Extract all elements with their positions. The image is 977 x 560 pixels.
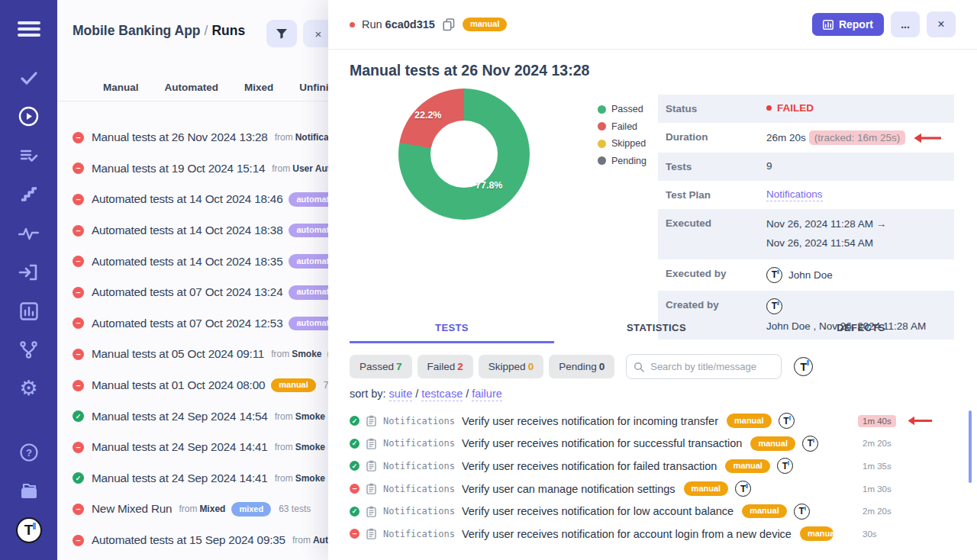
test-row[interactable]: Notifications Verify user receives notif… — [350, 455, 963, 478]
test-row[interactable]: Notifications Verify user receives notif… — [350, 433, 963, 455]
passed-status-icon — [350, 439, 360, 449]
suite-name[interactable]: Notifications — [383, 506, 455, 517]
run-list-item[interactable]: Automated tests at 14 Oct 2024 18:46auto… — [57, 184, 328, 215]
failed-status-icon — [73, 256, 84, 267]
clipboard-icon — [366, 528, 376, 539]
skipped-dot-icon — [598, 140, 606, 148]
sidebar-item-import[interactable] — [0, 253, 57, 291]
project-name[interactable]: Mobile Banking App — [73, 23, 201, 38]
test-plan-link[interactable]: Notifications — [766, 188, 823, 201]
run-list-item[interactable]: Automated tests at 15 Sep 2024 09:35from… — [57, 525, 328, 556]
suite-name[interactable]: Notifications — [383, 529, 455, 539]
failed-status-icon — [73, 194, 84, 205]
detail-close-button[interactable]: × — [927, 11, 956, 37]
run-list-item[interactable]: Automated tests at 14 Oct 2024 18:35auto… — [57, 246, 328, 277]
test-row[interactable]: Notifications Verify user receives notif… — [350, 523, 963, 546]
sidebar-item-branches[interactable] — [0, 330, 57, 369]
sort-by-suite[interactable]: suite — [389, 388, 413, 401]
tab-statistics[interactable]: STATISTICS — [554, 322, 759, 343]
run-type-tabs: Manual Automated Mixed Unfinished — [57, 73, 328, 101]
legend-skipped: Skipped — [598, 138, 646, 149]
filter-pending-button[interactable]: Pending0 — [549, 355, 614, 378]
filter-skipped-button[interactable]: Skipped0 — [479, 355, 543, 378]
testomat-logo-icon: T — [16, 517, 42, 543]
skipped-count: 0 — [528, 361, 534, 372]
test-title[interactable]: Verify user can manage notification sett… — [462, 483, 676, 495]
run-list-item[interactable]: Automated tests at 07 Oct 2024 12:53auto… — [57, 308, 328, 340]
sort-by-failure[interactable]: failure — [472, 388, 502, 401]
run-list-item[interactable]: Manual tests at 05 Oct 2024 09:11fromSmo… — [57, 339, 328, 370]
sort-controls: sort by: suite/testcase/failure — [350, 388, 502, 400]
scrollbar-thumb[interactable] — [969, 410, 972, 483]
list-close-button[interactable]: × — [303, 20, 328, 47]
clipboard-icon — [366, 438, 376, 449]
sort-by-testcase[interactable]: testcase — [421, 388, 463, 401]
run-title: Manual tests at 24 Sep 2024 14:41 — [92, 471, 268, 485]
search-input[interactable] — [626, 354, 782, 379]
sidebar-item-milestones[interactable] — [0, 175, 57, 214]
run-list-item[interactable]: Manual tests at 26 Nov 2024 13:28fromNot… — [57, 122, 328, 153]
detail-tabs: TESTS STATISTICS DEFECTS — [350, 322, 963, 343]
sidebar-item-settings[interactable]: ⚙ — [0, 369, 57, 408]
filter-button[interactable] — [266, 20, 297, 47]
test-title[interactable]: Verify user receives notification for fa… — [462, 460, 717, 472]
close-icon: × — [937, 18, 944, 31]
run-title: Manual tests at 01 Oct 2024 08:00 — [92, 378, 265, 392]
test-row[interactable]: Notifications Verify user receives notif… — [350, 500, 963, 523]
sidebar-item-help[interactable]: ? — [0, 433, 57, 471]
test-duration: 30s — [863, 529, 877, 539]
test-filters: Passed7 Failed2 Skipped0 Pending0 T — [350, 354, 813, 379]
more-button[interactable]: ... — [891, 11, 920, 37]
run-list-item[interactable]: Automated tests at 07 Oct 2024 13:24auto… — [57, 277, 328, 308]
menu-button[interactable] — [0, 0, 57, 58]
test-duration: 2m 20s — [863, 439, 892, 448]
test-row[interactable]: Notifications Verify user receives notif… — [350, 410, 963, 433]
run-list-item[interactable]: Manual tests at 24 Sep 2024 14:41fromSmo… — [57, 432, 328, 463]
copy-run-id-button[interactable] — [443, 18, 455, 34]
test-title[interactable]: Verify user receives notification for su… — [462, 437, 743, 449]
filter-passed-button[interactable]: Passed7 — [350, 355, 412, 378]
tab-defects[interactable]: DEFECTS — [759, 322, 963, 343]
tab-automated[interactable]: Automated — [165, 82, 219, 93]
failed-status-icon — [73, 504, 84, 515]
run-list-item[interactable]: Automated tests at 14 Oct 2024 18:38auto… — [57, 215, 328, 246]
sidebar-item-plans[interactable] — [0, 136, 57, 175]
bar-chart-icon — [19, 301, 39, 321]
failed-status-icon — [350, 484, 360, 494]
run-list-item[interactable]: Manual tests at 24 Sep 2024 14:54fromSmo… — [57, 401, 328, 432]
legend-pending: Pending — [598, 156, 646, 166]
failed-status-icon — [350, 529, 360, 539]
sidebar-item-activity[interactable] — [0, 214, 57, 253]
run-title: Manual tests at 24 Sep 2024 14:41 — [92, 440, 268, 454]
suite-name[interactable]: Notifications — [383, 484, 455, 494]
assignee-filter-avatar[interactable]: T — [794, 357, 813, 376]
report-button[interactable]: Report — [812, 13, 884, 36]
run-title: Automated tests at 15 Sep 2024 09:35 — [92, 533, 285, 547]
test-title[interactable]: Verify user receives notification for in… — [462, 415, 718, 427]
run-list-item[interactable]: New Mixed RunfromMixedmixed63 tests — [57, 494, 328, 525]
suite-name[interactable]: Notifications — [383, 438, 455, 449]
sidebar-item-projects[interactable] — [0, 471, 57, 510]
run-source: fromSmoke — [275, 411, 325, 422]
suite-name[interactable]: Notifications — [383, 461, 455, 471]
tab-unfinished[interactable]: Unfinished — [299, 82, 328, 93]
avatar: T — [766, 267, 782, 283]
test-title[interactable]: Verify user receives notification for lo… — [462, 505, 734, 517]
run-list-item[interactable]: Manual tests at 19 Oct 2024 15:14fromUse… — [57, 153, 328, 185]
test-type-badge: manual — [727, 414, 772, 428]
tab-manual[interactable]: Manual — [103, 82, 139, 93]
filter-failed-button[interactable]: Failed2 — [418, 355, 473, 378]
sidebar-item-runs[interactable] — [0, 97, 57, 136]
tab-mixed[interactable]: Mixed — [244, 82, 273, 93]
tab-tests[interactable]: TESTS — [350, 322, 554, 343]
run-type-badge: automated — [289, 254, 328, 269]
sidebar-item-ready[interactable] — [0, 58, 57, 97]
test-title[interactable]: Verify user receives notification for ac… — [462, 528, 792, 540]
sidebar-item-account[interactable]: T — [0, 510, 57, 549]
sidebar-item-analytics[interactable] — [0, 291, 57, 330]
status-badge: FAILED — [766, 102, 814, 114]
run-list-item[interactable]: Manual tests at 01 Oct 2024 08:00manual7… — [57, 370, 328, 401]
run-list-item[interactable]: Manual tests at 24 Sep 2024 14:41fromSmo… — [57, 463, 328, 494]
suite-name[interactable]: Notifications — [383, 416, 455, 426]
test-row[interactable]: Notifications Verify user can manage not… — [350, 478, 963, 500]
